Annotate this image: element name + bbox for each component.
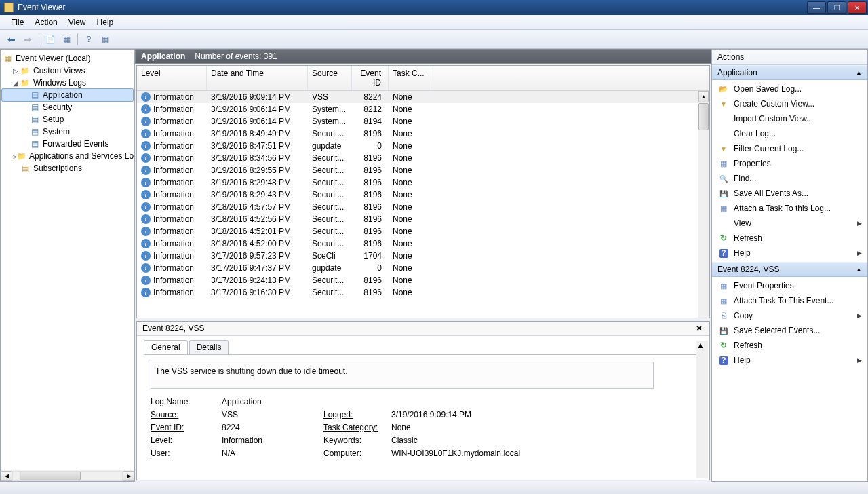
action-event-properties[interactable]: Event Properties [712, 278, 867, 293]
tree-windows-logs[interactable]: ◢Windows Logs [2, 77, 133, 89]
table-row[interactable]: iInformation3/19/2016 9:06:14 PMSystem..… [137, 103, 709, 115]
tree-system[interactable]: System [2, 126, 133, 138]
table-row[interactable]: iInformation3/18/2016 4:52:01 PMSecurit.… [137, 225, 709, 238]
cell-level: Information [153, 263, 194, 273]
tree-applications-services[interactable]: ▷Applications and Services Lo [2, 150, 133, 162]
menu-action[interactable]: Action [29, 16, 62, 28]
menu-view[interactable]: View [63, 16, 92, 28]
action-save-selected-events[interactable]: Save Selected Events... [712, 323, 867, 338]
cell-eventid: 8196 [352, 153, 389, 164]
scroll-left-button[interactable]: ◀ [1, 471, 12, 481]
forward-button[interactable] [20, 32, 35, 47]
action-refresh[interactable]: Refresh [712, 231, 867, 246]
cell-taskcat: None [389, 226, 429, 237]
cell-date: 3/17/2016 9:57:23 PM [207, 250, 308, 261]
action-icon [717, 295, 730, 306]
table-row[interactable]: iInformation3/18/2016 4:57:57 PMSecurit.… [137, 201, 709, 213]
cell-eventid: 8196 [352, 287, 389, 298]
scroll-up-button[interactable]: ▲ [696, 341, 708, 350]
table-row[interactable]: iInformation3/17/2016 9:16:30 PMSecurit.… [137, 286, 709, 299]
cell-taskcat: None [389, 214, 429, 225]
tab-general[interactable]: General [144, 340, 188, 354]
action-clear-log[interactable]: Clear Log... [712, 126, 867, 141]
expand-icon[interactable]: ▷ [12, 67, 20, 75]
action-help[interactable]: Help▶ [712, 353, 867, 368]
table-row[interactable]: iInformation3/18/2016 4:52:56 PMSecurit.… [137, 213, 709, 225]
detail-close-button[interactable]: ✕ [694, 324, 704, 333]
action-attach-task-to-this-event[interactable]: Attach Task To This Event... [712, 293, 867, 308]
actions-section-application[interactable]: Application▲ [712, 65, 867, 80]
tree-application[interactable]: Application [1, 88, 134, 102]
tree-label: Custom Views [33, 66, 85, 75]
col-eventid[interactable]: Event ID [352, 66, 389, 90]
tree-custom-views[interactable]: ▷Custom Views [2, 64, 133, 77]
table-row[interactable]: iInformation3/19/2016 8:29:43 PMSecurit.… [137, 189, 709, 201]
expand-icon[interactable]: ▷ [12, 153, 17, 160]
scroll-up-button[interactable]: ▲ [698, 91, 709, 102]
table-row[interactable]: iInformation3/17/2016 9:24:13 PMSecurit.… [137, 274, 709, 286]
col-level[interactable]: Level [137, 66, 207, 90]
minimize-button[interactable]: — [807, 1, 826, 14]
scroll-track[interactable] [12, 471, 123, 481]
action-help[interactable]: Help▶ [712, 246, 867, 261]
tab-details[interactable]: Details [189, 340, 229, 354]
action-view[interactable]: View▶ [712, 216, 867, 231]
tree-setup[interactable]: Setup [2, 113, 133, 126]
menu-file[interactable]: File [5, 16, 29, 28]
table-row[interactable]: iInformation3/17/2016 9:57:23 PMSceCli17… [137, 250, 709, 262]
table-row[interactable]: iInformation3/17/2016 9:47:37 PMgupdate0… [137, 262, 709, 274]
col-source[interactable]: Source [308, 66, 352, 90]
scroll-thumb[interactable] [20, 472, 81, 480]
table-row[interactable]: iInformation3/19/2016 9:06:14 PMSystem..… [137, 115, 709, 128]
tree-security[interactable]: Security [2, 101, 133, 113]
back-button[interactable] [4, 32, 19, 47]
table-row[interactable]: iInformation3/19/2016 9:09:14 PMVSS8224N… [137, 91, 709, 103]
action-create-custom-view[interactable]: Create Custom View... [712, 96, 867, 111]
scroll-right-button[interactable]: ▶ [123, 471, 134, 481]
action-refresh[interactable]: Refresh [712, 338, 867, 353]
action-import-custom-view[interactable]: Import Custom View... [712, 111, 867, 126]
maximize-button[interactable]: ❐ [827, 1, 846, 14]
detail-title: Event 8224, VSS [142, 324, 204, 333]
properties-button[interactable] [59, 32, 74, 47]
action-properties[interactable]: Properties [712, 156, 867, 171]
show-hide-tree-button[interactable] [43, 32, 58, 47]
info-icon: i [141, 239, 151, 248]
col-taskcat[interactable]: Task C... [389, 66, 429, 90]
table-row[interactable]: iInformation3/19/2016 8:47:51 PMgupdate0… [137, 140, 709, 152]
action-save-all-events-as[interactable]: Save All Events As... [712, 186, 867, 201]
action-open-saved-log[interactable]: Open Saved Log... [712, 81, 867, 96]
col-date[interactable]: Date and Time [207, 66, 308, 90]
actions-section-event[interactable]: Event 8224, VSS▲ [712, 262, 867, 277]
scroll-thumb[interactable] [698, 103, 709, 130]
cell-eventid: 8196 [352, 165, 389, 176]
action-copy[interactable]: Copy▶ [712, 308, 867, 323]
help-button[interactable] [81, 32, 96, 47]
tree-forwarded[interactable]: Forwarded Events [2, 138, 133, 150]
table-vscrollbar[interactable]: ▲ [698, 91, 709, 318]
cell-source: SceCli [308, 250, 352, 261]
table-row[interactable]: iInformation3/19/2016 8:29:48 PMSecurit.… [137, 176, 709, 189]
table-row[interactable]: iInformation3/18/2016 4:52:00 PMSecurit.… [137, 238, 709, 250]
action-attach-a-task-to-this-log[interactable]: Attach a Task To this Log... [712, 201, 867, 216]
detail-tabs: General Details [137, 336, 709, 354]
table-row[interactable]: iInformation3/19/2016 8:34:56 PMSecurit.… [137, 152, 709, 164]
action-label: Open Saved Log... [734, 84, 862, 94]
menu-help[interactable]: Help [92, 16, 119, 28]
cell-eventid: 8196 [352, 238, 389, 249]
tree-hscrollbar[interactable]: ◀ ▶ [1, 470, 134, 481]
cell-source: Securit... [308, 226, 352, 237]
table-row[interactable]: iInformation3/19/2016 8:29:55 PMSecurit.… [137, 164, 709, 176]
view-button[interactable] [98, 32, 113, 47]
tree-root[interactable]: Event Viewer (Local) [2, 52, 133, 64]
tree-subscriptions[interactable]: Subscriptions [2, 162, 133, 174]
action-filter-current-log[interactable]: Filter Current Log... [712, 141, 867, 156]
close-button[interactable]: ✕ [848, 1, 867, 14]
chevron-up-icon: ▲ [856, 69, 862, 76]
cell-taskcat: None [389, 263, 429, 273]
action-find[interactable]: Find... [712, 171, 867, 186]
collapse-icon[interactable]: ◢ [12, 79, 20, 87]
detail-vscrollbar[interactable]: ▲ [696, 341, 708, 478]
cell-level: Information [153, 141, 194, 151]
table-row[interactable]: iInformation3/19/2016 8:49:49 PMSecurit.… [137, 128, 709, 140]
